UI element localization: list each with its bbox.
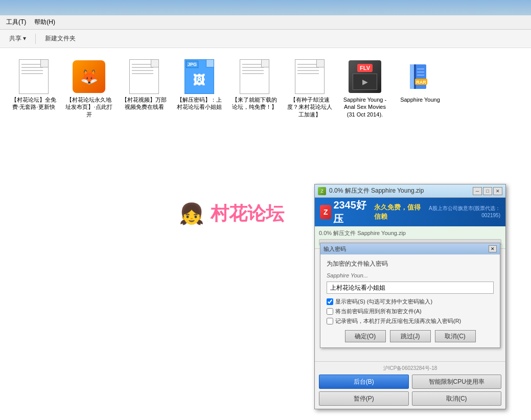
menu-help[interactable]: 帮助(H) <box>30 17 59 28</box>
file-icon-wrapper <box>237 59 272 94</box>
list-item[interactable]: JPG 🖼 【解压密码】：上村花论坛看小姐姐 <box>174 56 225 121</box>
svg-rect-5 <box>417 75 424 76</box>
banner-main-text: 2345好压 <box>333 198 368 226</box>
archive-dialog-inner: 0.0% 解压文件 Sapphire Young.zip 输入密码 ✕ 为加密的… <box>315 226 505 361</box>
list-item[interactable]: 【来了就能下载的论坛，纯免费！】 <box>229 56 280 121</box>
dialog-banner: Z 2345好压 永久免费，值得信赖 A股上市公司旗意市(股票代选：002195… <box>315 198 505 226</box>
list-item[interactable]: FLV ▶ Sapphire Young - Anal Sex Movies (… <box>339 56 390 121</box>
logo-icon: Z <box>320 205 331 219</box>
password-dialog: 输入密码 ✕ 为加密的文件输入密码 Sapphire Youn... 显示密码(… <box>320 243 500 348</box>
new-folder-button[interactable]: 新建文件夹 <box>40 32 81 45</box>
dialog-bottom-buttons-row2: 暂停(P) 取消(C) <box>319 391 501 406</box>
progress-label: 0.0% 解压文件 Sapphire Young.zip <box>319 229 501 237</box>
watermark-text: 村花论坛 <box>211 201 284 226</box>
list-item[interactable]: 【村花论坛】全免费·无套路·更新快 <box>8 56 59 121</box>
txt-icon <box>129 59 159 94</box>
minimize-button[interactable]: ─ <box>473 187 482 195</box>
banner-right-text: A股上市公司旗意市(股票代选：002195) <box>427 205 500 219</box>
file-icon-wrapper: JPG 🖼 <box>182 59 217 94</box>
password-dialog-titlebar: 输入密码 ✕ <box>320 243 500 254</box>
remember-password-label: 记录密码，本机打开此压缩包无须再次输入密码(R) <box>335 317 461 325</box>
list-item[interactable]: 🦊 【村花论坛永久地址发布页】·点此打开 <box>63 56 114 121</box>
skip-button[interactable]: 跳过(J) <box>390 330 431 342</box>
dialog-titlebar: Z 0.0% 解压文件 Sapphire Young.zip ─ □ ✕ <box>315 184 505 198</box>
dialog-bottom: 沪ICP备06023284号-18 后台(B) 智能限制CPU使用率 暂停(P)… <box>315 361 505 409</box>
file-icon-wrapper <box>292 59 327 94</box>
file-icon-wrapper <box>16 59 51 94</box>
password-dialog-title: 输入密码 <box>324 245 346 253</box>
menu-tools[interactable]: 工具(T) <box>2 17 30 28</box>
file-icon-wrapper: RAR <box>403 59 437 94</box>
window-title-bar <box>0 0 531 15</box>
watermark-figure: 👧 <box>179 202 204 226</box>
banner-sub-text: 永久免费，值得信赖 <box>374 203 422 221</box>
file-label: 【村花视频】万部视频免费在线看 <box>121 96 168 111</box>
list-item[interactable]: 【有种子却没速度？来村花论坛人工加速】 <box>284 56 335 121</box>
watermark: 👧 村花论坛 <box>179 201 284 226</box>
smart-cpu-button[interactable]: 智能限制CPU使用率 <box>412 375 502 389</box>
file-label: 【有种子却没速度？来村花论坛人工加速】 <box>286 96 333 118</box>
toolbar: 共享 ▾ 新建文件夹 <box>0 30 531 48</box>
show-password-checkbox[interactable] <box>327 298 333 305</box>
apply-all-checkbox[interactable] <box>327 308 333 315</box>
svg-text:RAR: RAR <box>416 80 426 85</box>
remember-password-row: 记录密码，本机打开此压缩包无须再次输入密码(R) <box>327 317 494 325</box>
cancel-extraction-button[interactable]: 取消(C) <box>412 391 502 406</box>
dialog-bottom-info: 沪ICP备06023284号-18 <box>319 365 501 372</box>
toolbar-separator <box>35 34 36 44</box>
password-input[interactable] <box>327 282 494 294</box>
svg-rect-4 <box>417 72 424 73</box>
ok-button[interactable]: 确定(O) <box>345 330 386 342</box>
dialog-window-buttons: ─ □ ✕ <box>473 187 502 195</box>
file-icon-wrapper <box>127 59 161 94</box>
banner-logo: Z 2345好压 永久免费，值得信赖 <box>320 198 422 226</box>
password-hint: Sapphire Youn... <box>327 272 494 278</box>
close-button[interactable]: ✕ <box>493 187 502 195</box>
password-dialog-close[interactable]: ✕ <box>489 245 497 252</box>
svg-rect-2 <box>414 64 416 89</box>
dialog-bottom-buttons: 后台(B) 智能限制CPU使用率 <box>319 375 501 389</box>
file-icon-wrapper: FLV ▶ <box>348 59 382 94</box>
share-button-label: 共享 ▾ <box>9 34 26 43</box>
jpg-icon: JPG 🖼 <box>184 59 214 94</box>
file-label: 【解压密码】：上村花论坛看小姐姐 <box>176 96 223 111</box>
dialog-title-text: 0.0% 解压文件 Sapphire Young.zip <box>329 186 424 195</box>
txt-icon <box>295 59 325 94</box>
file-label: 【来了就能下载的论坛，纯免费！】 <box>231 96 278 111</box>
password-dialog-content: 为加密的文件输入密码 Sapphire Youn... 显示密码(S) (勾选可… <box>320 254 500 347</box>
remember-password-checkbox[interactable] <box>327 318 333 324</box>
apply-all-label: 将当前密码应用到所有加密文件(A) <box>335 308 422 315</box>
new-folder-label: 新建文件夹 <box>45 34 76 43</box>
archive-dialog: Z 0.0% 解压文件 Sapphire Young.zip ─ □ ✕ Z 2… <box>314 184 506 409</box>
show-password-row: 显示密码(S) (勾选可支持中文密码输入) <box>327 298 494 306</box>
maximize-button[interactable]: □ <box>483 187 492 195</box>
app-icon: 🦊 <box>73 60 105 93</box>
dialog-title-left: Z 0.0% 解压文件 Sapphire Young.zip <box>318 186 424 195</box>
svg-rect-3 <box>417 68 424 69</box>
list-item[interactable]: 【村花视频】万部视频免费在线看 <box>119 56 170 121</box>
files-grid: 【村花论坛】全免费·无套路·更新快 🦊 【村花论坛永久地址发布页】·点此打开 【… <box>0 48 531 129</box>
file-icon-wrapper: 🦊 <box>72 59 106 94</box>
menubar: 工具(T) 帮助(H) <box>0 15 531 30</box>
file-label: 【村花论坛】全免费·无套路·更新快 <box>10 96 57 111</box>
archive-app-icon: Z <box>318 187 326 195</box>
pause-button[interactable]: 暂停(P) <box>319 391 409 406</box>
flv-icon: FLV ▶ <box>349 60 381 93</box>
file-label: Sapphire Young - Anal Sex Movies (31 Oct… <box>341 96 388 118</box>
file-label: Sapphire Young <box>400 96 440 103</box>
apply-all-row: 将当前密码应用到所有加密文件(A) <box>327 308 494 315</box>
cancel-button[interactable]: 取消(C) <box>435 330 476 342</box>
share-button[interactable]: 共享 ▾ <box>4 32 31 45</box>
password-buttons: 确定(O) 跳过(J) 取消(C) <box>327 330 494 342</box>
rar-icon: RAR <box>404 60 436 93</box>
list-item[interactable]: RAR Sapphire Young <box>395 56 446 121</box>
background-button[interactable]: 后台(B) <box>319 375 409 389</box>
password-description: 为加密的文件输入密码 <box>327 260 494 268</box>
txt-icon <box>240 59 269 94</box>
show-password-label: 显示密码(S) (勾选可支持中文密码输入) <box>335 298 432 306</box>
txt-icon <box>19 59 49 94</box>
file-label: 【村花论坛永久地址发布页】·点此打开 <box>65 96 112 118</box>
